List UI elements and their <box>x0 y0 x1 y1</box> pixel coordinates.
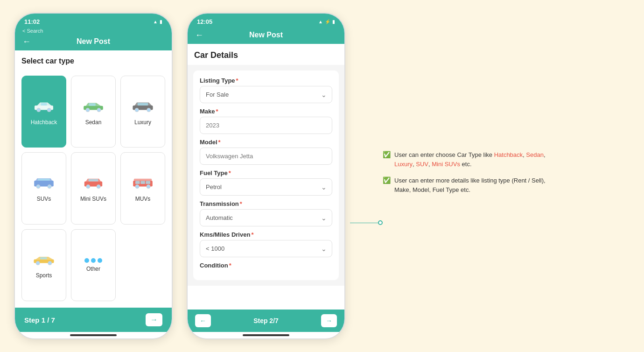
car-type-hatchback[interactable]: Hatchback <box>21 76 66 148</box>
listing-type-label: Listing Type * <box>200 77 332 84</box>
nav-bar-2: ← New Post <box>188 27 344 44</box>
car-type-suvs[interactable]: SUVs <box>21 152 66 224</box>
kms-select-wrapper: < 1000 1000-5000 5000-10000 10000+ <box>200 240 332 257</box>
transmission-label: Transmission * <box>200 200 332 207</box>
car-type-minisuv[interactable]: Mini SUVs <box>71 152 116 224</box>
nav-title-2: New Post <box>249 31 283 39</box>
svg-rect-3 <box>41 103 47 106</box>
step-2-label: Step 2/7 <box>253 317 279 324</box>
svg-rect-19 <box>89 179 98 182</box>
prev-button-2[interactable]: ← <box>195 314 211 327</box>
kms-driven-label: Kms/Miles Driven * <box>200 231 332 238</box>
svg-point-1 <box>37 108 41 112</box>
phone-1: 11:02 ▲ ▮ < Search ← New Post Select car… <box>14 13 173 339</box>
lightning-icon: ⚡ <box>325 19 330 24</box>
kms-driven-group: Kms/Miles Driven * < 1000 1000-5000 5000… <box>200 231 332 257</box>
nav-title-1: New Post <box>77 37 110 46</box>
wifi-icon: ▲ <box>153 19 158 24</box>
minisuv-label: Mini SUVs <box>80 196 106 202</box>
transmission-group: Transmission * Automatic Manual <box>200 200 332 226</box>
svg-point-23 <box>147 185 150 189</box>
status-bar-2: 12:05 ▲ ⚡ ▮ <box>188 14 344 27</box>
select-car-type-title: Select car type <box>15 50 172 69</box>
svg-rect-26 <box>146 181 150 184</box>
svg-point-2 <box>47 108 51 112</box>
annotation-text-1: User can enter choose Car Type like Hatc… <box>394 150 560 169</box>
make-group: Make * <box>200 108 332 134</box>
connector-dot <box>378 220 383 225</box>
make-required: * <box>216 108 218 115</box>
listing-type-select[interactable]: For Sale For Rent <box>200 86 332 103</box>
check-icon-1: ✅ <box>383 151 391 158</box>
back-button-1[interactable]: ← <box>22 37 31 47</box>
listing-type-select-wrapper: For Sale For Rent <box>200 86 332 103</box>
svg-point-14 <box>48 185 51 189</box>
luxury-icon <box>132 98 154 116</box>
transmission-required: * <box>240 200 242 207</box>
car-details-title: Car Details <box>188 44 344 65</box>
make-input[interactable] <box>200 117 332 134</box>
phone-1-content: Select car type Hatchback <box>15 50 172 308</box>
annotation-text-2: User can enter more details like listing… <box>394 176 560 194</box>
sedan-icon <box>82 98 105 116</box>
svg-rect-15 <box>38 179 50 181</box>
model-group: Model * <box>200 139 332 165</box>
next-button-1[interactable]: → <box>146 313 162 326</box>
svg-rect-25 <box>140 181 145 184</box>
wifi-icon-2: ▲ <box>318 19 323 24</box>
nav-bar-1: ← New Post <box>15 34 172 50</box>
back-button-2[interactable]: ← <box>195 30 203 40</box>
car-type-luxury[interactable]: Luxury <box>120 76 165 148</box>
model-label: Model * <box>200 139 332 146</box>
search-hint: < Search <box>15 27 172 34</box>
annotation-1: ✅ User can enter choose Car Type like Ha… <box>383 150 560 169</box>
svg-rect-7 <box>89 103 95 106</box>
svg-point-17 <box>86 185 90 189</box>
status-bar-1: 11:02 ▲ ▮ <box>15 14 172 27</box>
connector-line <box>350 223 378 223</box>
svg-point-22 <box>135 185 139 189</box>
svg-rect-30 <box>40 257 47 260</box>
next-button-2[interactable]: → <box>321 314 337 327</box>
condition-required: * <box>229 262 231 269</box>
minisuv-icon <box>82 175 105 193</box>
fuel-type-select[interactable]: Petrol Diesel Electric Hybrid <box>200 178 332 196</box>
car-type-grid: Hatchback Sedan <box>15 69 172 308</box>
time-2: 12:05 <box>197 18 212 25</box>
model-input[interactable] <box>200 148 332 165</box>
phone-1-footer: Step 1 / 7 → <box>15 308 172 332</box>
make-label: Make * <box>200 108 332 115</box>
status-icons-1: ▲ ▮ <box>153 19 162 24</box>
transmission-select[interactable]: Automatic Manual <box>200 209 332 226</box>
suvs-label: SUVs <box>37 196 51 202</box>
fuel-type-select-wrapper: Petrol Diesel Electric Hybrid <box>200 178 332 196</box>
fuel-type-group: Fuel Type * Petrol Diesel Electric Hybri… <box>200 169 332 196</box>
phone-2: 12:05 ▲ ⚡ ▮ ← New Post Car Details Listi… <box>187 13 345 339</box>
sports-label: Sports <box>36 272 52 279</box>
car-details-form: Listing Type * For Sale For Rent Make <box>193 70 339 280</box>
other-dots <box>84 258 102 263</box>
svg-point-9 <box>135 108 139 112</box>
car-type-sports[interactable]: Sports <box>21 229 66 301</box>
svg-point-6 <box>97 108 101 112</box>
car-type-muv[interactable]: MUVs <box>120 152 165 224</box>
step-2-footer: ← Step 2/7 → <box>188 310 344 332</box>
car-type-other[interactable]: Other <box>71 229 116 301</box>
other-label: Other <box>86 266 100 272</box>
search-hint-text: < Search <box>22 28 43 34</box>
fuel-required: * <box>229 169 231 176</box>
model-required: * <box>218 139 221 146</box>
svg-point-10 <box>147 108 151 112</box>
battery-icon: ▮ <box>160 19 162 24</box>
kms-required: * <box>251 231 253 238</box>
home-indicator-2 <box>188 332 344 338</box>
listing-required: * <box>236 77 238 84</box>
suvs-icon <box>33 175 55 193</box>
hatchback-label: Hatchback <box>31 119 57 126</box>
svg-point-5 <box>86 108 90 112</box>
svg-point-18 <box>97 185 100 189</box>
car-type-sedan[interactable]: Sedan <box>71 76 116 148</box>
kms-driven-select[interactable]: < 1000 1000-5000 5000-10000 10000+ <box>200 240 332 257</box>
condition-label: Condition * <box>200 262 332 269</box>
connector-area <box>350 209 383 237</box>
